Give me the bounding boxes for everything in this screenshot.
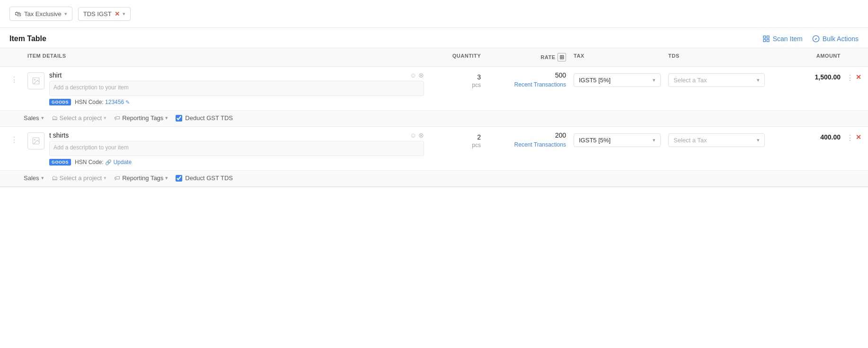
goods-badge-2: GOODS (49, 159, 71, 165)
chevron-down-icon: ▾ (757, 137, 760, 143)
recent-transactions-2[interactable]: Recent Transactions (488, 141, 566, 149)
scan-item-button[interactable]: Scan Item (762, 35, 803, 43)
item-details-cell-1: shirt ☺ ⊗ Add a description to your item… (24, 67, 428, 110)
item-image-1 (27, 72, 44, 89)
item-table-title: Item Table (9, 35, 46, 43)
quantity-unit-2: pcs (432, 142, 481, 148)
table-row: ⋮ t shirts ☺ (0, 127, 868, 170)
item-name-row-1: shirt ☺ ⊗ (49, 71, 424, 79)
emoji-icon-1[interactable]: ☺ (410, 71, 416, 79)
item-description-2[interactable]: Add a description to your item (49, 141, 424, 156)
amount-cell-2: 400.00 (769, 127, 844, 148)
rate-value-1[interactable]: 500 (488, 71, 566, 79)
row-controls-2: ⋮ ✕ (844, 127, 863, 149)
tax-value-2: IGST5 [5%] (579, 137, 611, 144)
item-actions-2: ☺ ⊗ (410, 131, 424, 139)
chevron-down-icon: ▾ (41, 175, 44, 181)
table-row: ⋮ shirt ☺ (0, 67, 868, 110)
quantity-value-2[interactable]: 2 (432, 133, 481, 141)
image-icon (32, 77, 40, 85)
chevron-down-icon: ▾ (104, 175, 106, 181)
tds-igst-label: TDS IGST (83, 10, 112, 17)
tax-value-1: IGST5 [5%] (579, 77, 611, 84)
chevron-down-icon: ▾ (104, 115, 106, 121)
rate-calculator-icon[interactable]: ⊞ (558, 53, 567, 61)
col-header-actions (844, 48, 863, 66)
tax-exclusive-dropdown[interactable]: 🛍 Tax Exclusive ▾ (9, 7, 72, 21)
check-circle-icon (812, 35, 820, 43)
delete-icon-2[interactable]: ✕ (856, 133, 861, 141)
link-icon-2: 🔗 (105, 159, 112, 165)
sales-dropdown-2[interactable]: Sales ▾ (24, 174, 44, 182)
chevron-down-icon: ▾ (165, 115, 168, 121)
recent-transactions-1[interactable]: Recent Transactions (488, 81, 566, 89)
close-circle-icon-1[interactable]: ⊗ (418, 71, 424, 79)
col-header-tax: TAX (570, 48, 664, 66)
more-options-icon-2[interactable]: ⋮ (846, 133, 854, 142)
quantity-cell-1: 3 pcs (428, 67, 485, 95)
chevron-down-icon: ▾ (64, 11, 67, 17)
column-headers: ITEM DETAILS QUANTITY RATE ⊞ TAX TDS AMO… (0, 48, 868, 67)
reporting-tags-dropdown-1[interactable]: 🏷 Reporting Tags ▾ (114, 114, 168, 122)
tds-cell-1: Select a Tax ▾ (664, 67, 769, 94)
close-circle-icon-2[interactable]: ⊗ (418, 131, 424, 139)
deduct-gst-tds-2[interactable]: Deduct GST TDS (176, 174, 233, 182)
item-name-row-2: t shirts ☺ ⊗ (49, 131, 424, 139)
item-actions-1: ☺ ⊗ (410, 71, 424, 79)
chevron-down-icon: ▾ (123, 11, 125, 17)
tax-dropdown-2[interactable]: IGST5 [5%] ▾ (574, 133, 661, 147)
deduct-gst-tds-checkbox-2[interactable] (176, 175, 182, 182)
item-name-section-2: t shirts ☺ ⊗ Add a description to your i… (49, 131, 424, 165)
svg-rect-1 (767, 36, 769, 38)
deduct-gst-tds-label-2: Deduct GST TDS (185, 174, 233, 182)
item-meta-1: GOODS HSN Code: 123456 ✎ (49, 99, 424, 105)
tds-placeholder-2: Select a Tax (673, 137, 707, 144)
amount-cell-1: 1,500.00 (769, 67, 844, 87)
item-meta-2: GOODS HSN Code: 🔗 Update (49, 159, 424, 165)
sales-label-1: Sales (24, 114, 39, 122)
item-name-section-1: shirt ☺ ⊗ Add a description to your item… (49, 71, 424, 105)
chevron-down-icon: ▾ (653, 137, 655, 143)
sales-dropdown-1[interactable]: Sales ▾ (24, 114, 44, 122)
tds-dropdown-2[interactable]: Select a Tax ▾ (668, 133, 765, 147)
edit-hsn-icon-1[interactable]: ✎ (125, 99, 130, 105)
tds-igst-dropdown[interactable]: TDS IGST ✕ ▾ (78, 7, 131, 21)
hsn-update-link-2[interactable]: 🔗 Update (105, 159, 132, 165)
scan-icon (762, 35, 770, 43)
svg-rect-2 (767, 39, 769, 42)
reporting-tags-dropdown-2[interactable]: 🏷 Reporting Tags ▾ (114, 174, 168, 182)
item-table-container: Item Table Scan Item Bulk Actions ITEM D… (0, 28, 868, 187)
drag-handle-2[interactable]: ⋮ (5, 127, 24, 144)
rate-cell-2: 200 Recent Transactions (485, 127, 570, 154)
image-icon-2 (32, 137, 40, 145)
tax-dropdown-1[interactable]: IGST5 [5%] ▾ (574, 73, 661, 87)
quantity-value-1[interactable]: 3 (432, 73, 481, 81)
svg-point-8 (34, 139, 35, 140)
emoji-icon-2[interactable]: ☺ (410, 131, 416, 139)
deduct-gst-tds-checkbox-1[interactable] (176, 115, 182, 122)
svg-rect-0 (763, 36, 766, 38)
reporting-tags-label-2: Reporting Tags (122, 174, 163, 182)
hsn-code-link-1[interactable]: 123456 (105, 99, 124, 105)
col-header-tds: TDS (664, 48, 769, 66)
drag-handle[interactable]: ⋮ (5, 67, 24, 84)
delete-icon-1[interactable]: ✕ (856, 73, 861, 81)
tds-cell-2: Select a Tax ▾ (664, 127, 769, 154)
quantity-cell-2: 2 pcs (428, 127, 485, 155)
more-options-icon-1[interactable]: ⋮ (846, 73, 854, 82)
bulk-actions-button[interactable]: Bulk Actions (812, 35, 859, 43)
select-project-dropdown-1[interactable]: 🗂 Select a project ▾ (52, 114, 107, 122)
item-image-name-1: shirt ☺ ⊗ Add a description to your item… (27, 71, 424, 105)
tds-dropdown-1[interactable]: Select a Tax ▾ (668, 73, 765, 87)
rate-value-2[interactable]: 200 (488, 131, 566, 139)
close-icon[interactable]: ✕ (115, 10, 120, 17)
chevron-down-icon: ▾ (41, 115, 44, 121)
deduct-gst-tds-1[interactable]: Deduct GST TDS (176, 114, 233, 122)
item-description-1[interactable]: Add a description to your item (49, 81, 424, 96)
row-footer-1: Sales ▾ 🗂 Select a project ▾ 🏷 Reporting… (0, 110, 868, 126)
tag-icon-1: 🏷 (114, 114, 120, 122)
amount-value-1: 1,500.00 (815, 73, 841, 81)
select-project-dropdown-2[interactable]: 🗂 Select a project ▾ (52, 174, 107, 182)
project-icon-2: 🗂 (52, 174, 58, 182)
col-header-quantity: QUANTITY (428, 48, 485, 66)
